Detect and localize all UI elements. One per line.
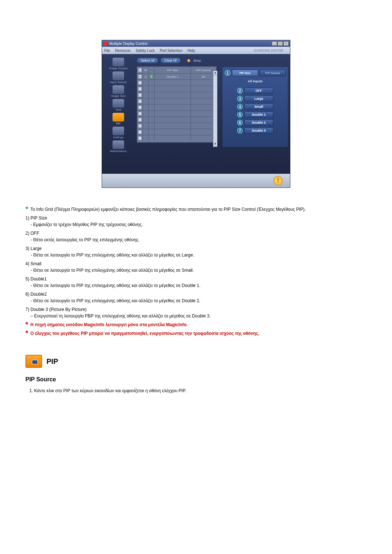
table-row[interactable] (137, 92, 216, 98)
settings-icon (113, 127, 124, 135)
row-checkbox[interactable] (138, 99, 142, 103)
callout-7: 7 (237, 128, 243, 134)
menu-bar: File Remocon Safety Lock Port Selection … (102, 47, 290, 54)
sidebar-label: Time (115, 108, 121, 111)
busy-indicator-icon (187, 59, 190, 62)
warning-icon: ! (273, 176, 283, 185)
sidebar-item-settings[interactable]: Settings (113, 127, 124, 139)
item-title: OFF (30, 231, 39, 236)
item-num: 5) (25, 276, 29, 282)
grid-scrollbar[interactable]: ▲ ▼ (213, 71, 217, 147)
main-panel: Select All Clear All Busy ID PIP Size PI… (135, 54, 290, 174)
table-row[interactable] (137, 123, 216, 129)
table-row[interactable] (137, 98, 216, 104)
row-checkbox[interactable] (138, 112, 142, 115)
table-row[interactable] (137, 129, 216, 135)
section-title: PIP (46, 356, 58, 367)
input-icon (113, 71, 124, 80)
item-desc: - Εμφανίζει το τρέχον Μέγεθος PIP της τρ… (30, 221, 367, 228)
row-checkbox[interactable] (138, 118, 142, 122)
item-title: Double 3 (Picture By Picture) (30, 307, 87, 312)
item-desc: - Θέτει σε λειτουργία το PIP της επιλεγμ… (30, 297, 367, 304)
sidebar-item-input-source[interactable]: Input Source (110, 71, 126, 84)
grid-header-pip-source: PIP Source (191, 67, 216, 73)
close-button[interactable]: × (283, 41, 289, 46)
tab-pip-size[interactable]: PIP Size (232, 70, 258, 76)
row-pip-size: Double 1 (155, 74, 191, 79)
row-checkbox[interactable] (138, 124, 142, 128)
row-checkbox[interactable] (138, 75, 142, 78)
option-small[interactable]: Small (244, 103, 273, 110)
star-icon: * (25, 330, 28, 336)
row-checkbox[interactable] (138, 136, 142, 140)
sidebar-item-time[interactable]: Time (113, 99, 124, 111)
table-row[interactable] (137, 110, 216, 116)
note-2: Ο έλεγχος του μεγέθους PIP μπορεί να πρα… (30, 330, 260, 337)
window-title: Multiple Display Control (109, 42, 147, 46)
table-row[interactable] (137, 116, 216, 123)
item-desc: - Θέτει εκτός λειτουργίας το PIP της επι… (30, 237, 367, 243)
intro-text: Το Info Grid (Πλέγμα Πληροφοριών) εμφανί… (30, 206, 306, 213)
item-num: 3) (25, 246, 29, 251)
item-desc: – Ενεργοποιεί τη λειτουργία PBP της επιλ… (30, 313, 367, 319)
sidebar-item-pip[interactable]: PIP (113, 113, 124, 125)
table-row[interactable] (137, 79, 216, 86)
row-checkbox[interactable] (138, 93, 142, 97)
callout-5: 5 (237, 112, 243, 118)
menu-safety-lock[interactable]: Safety Lock (136, 49, 155, 53)
table-row[interactable] (137, 135, 216, 141)
menu-file[interactable]: File (104, 49, 110, 53)
maintenance-icon (113, 140, 124, 149)
status-led-icon (150, 75, 153, 78)
menu-remocon[interactable]: Remocon (115, 49, 131, 53)
sidebar-label: PIP (116, 122, 121, 125)
table-row[interactable] (137, 104, 216, 110)
option-double2[interactable]: Double 2 (244, 119, 273, 126)
table-row[interactable] (137, 86, 216, 92)
status-bar: ! (102, 174, 290, 188)
sidebar-label: Maintenance (110, 149, 127, 153)
item-desc: - Θέτει σε λειτουργία το PIP της επιλεγμ… (30, 282, 367, 289)
star-icon: * (25, 206, 28, 212)
sidebar-item-power-control[interactable]: Power Control (109, 58, 128, 70)
row-checkbox[interactable] (138, 81, 142, 85)
row-checkbox[interactable] (138, 130, 142, 134)
option-double3[interactable]: Double 3 (244, 127, 273, 134)
sidebar: Power Control Input Source Image Size Ti… (102, 54, 135, 174)
app-icon (103, 41, 108, 46)
pip-panel: 1 PIP Size PIP Source All Inputs 2OFF 3L… (222, 67, 288, 147)
option-large[interactable]: Large (244, 95, 273, 102)
sidebar-item-image-size[interactable]: Image Size (111, 85, 126, 98)
title-bar: Multiple Display Control _ □ × (102, 40, 290, 47)
sidebar-label: Power Control (109, 67, 128, 70)
maximize-button[interactable]: □ (278, 41, 283, 46)
menu-help[interactable]: Help (187, 49, 195, 53)
scroll-up-button[interactable]: ▲ (213, 71, 217, 75)
menu-port-selection[interactable]: Port Selection (160, 49, 182, 53)
item-title: Large (30, 246, 42, 251)
note-1: Η πηγή σήματος εισόδου MagicInfo λειτουρ… (30, 321, 188, 328)
clear-all-button[interactable]: Clear All (160, 58, 181, 63)
info-grid: ID PIP Size PIP Source 0 Double 1 AV (137, 66, 217, 143)
image-size-icon (113, 85, 124, 94)
minimize-button[interactable]: _ (272, 41, 277, 46)
sidebar-item-maintenance[interactable]: Maintenance (110, 140, 127, 153)
document-body: * Το Info Grid (Πλέγμα Πληροφοριών) εμφα… (25, 206, 367, 394)
table-row[interactable]: 0 Double 1 AV (137, 73, 216, 79)
item-num: 2) (25, 231, 29, 236)
grid-header-checkbox[interactable] (137, 67, 143, 73)
option-double1[interactable]: Double 1 (244, 111, 273, 118)
row-checkbox[interactable] (138, 87, 142, 91)
tab-pip-source[interactable]: PIP Source (260, 70, 286, 76)
callout-6: 6 (237, 120, 243, 126)
select-all-button[interactable]: Select All (137, 58, 158, 63)
scroll-down-button[interactable]: ▼ (213, 142, 217, 147)
callout-3: 3 (237, 96, 243, 102)
grid-header-pip-size: PIP Size (155, 67, 191, 73)
row-checkbox[interactable] (138, 106, 142, 109)
item-desc: - Θέτει σε λειτουργία το PIP της επιλεγμ… (30, 252, 367, 258)
option-off[interactable]: OFF (244, 87, 273, 94)
time-icon (113, 99, 124, 108)
item-title: Small (30, 261, 41, 266)
row-id: 0 (143, 74, 149, 79)
